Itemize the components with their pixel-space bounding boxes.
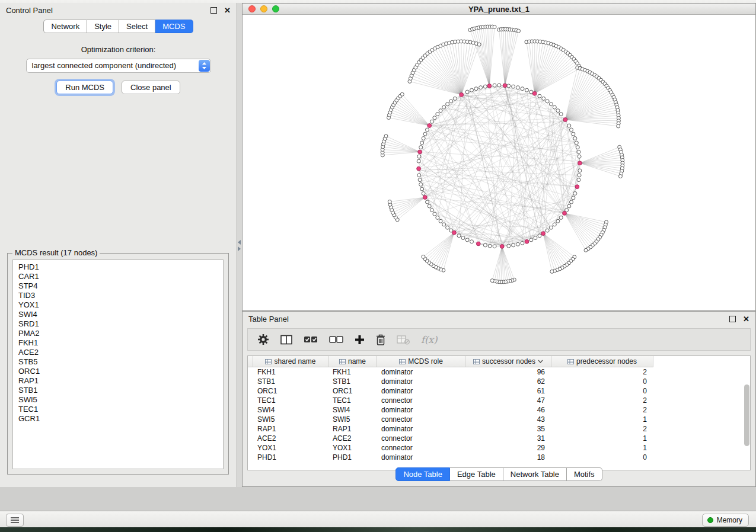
table-row[interactable]: FKH1FKH1dominator962 — [248, 367, 750, 377]
table-cell: PHD1 — [328, 453, 377, 462]
table-row[interactable]: ACE2ACE2connector311 — [248, 434, 750, 443]
scrollbar-thumb[interactable] — [744, 384, 749, 446]
mcds-result-item[interactable]: PMA2 — [18, 329, 223, 338]
network-canvas[interactable] — [243, 15, 755, 311]
table-cell: 2 — [551, 367, 653, 377]
splitter-collapse-icon[interactable] — [238, 240, 241, 251]
panel-splitter[interactable] — [237, 3, 242, 487]
table-row[interactable]: SWI4SWI4dominator462 — [248, 405, 750, 415]
table-cell: 29 — [465, 443, 551, 453]
tab-node-table[interactable]: Node Table — [395, 467, 450, 481]
mcds-result-item[interactable]: STB5 — [18, 357, 223, 367]
column-header-MCDS-role[interactable]: MCDS role — [377, 356, 465, 367]
mcds-result-item[interactable]: ORC1 — [18, 367, 223, 376]
table-scrollbar[interactable] — [744, 369, 749, 467]
column-header-successor-nodes[interactable]: successor nodes — [465, 356, 551, 367]
table-cell: dominator — [377, 386, 465, 396]
close-panel-button[interactable]: Close panel — [122, 81, 180, 94]
network-window-title: YPA_prune.txt_1 — [468, 5, 529, 14]
table-cell: 43 — [465, 415, 551, 424]
tab-select[interactable]: Select — [119, 20, 155, 33]
column-header-predecessor-nodes[interactable]: predecessor nodes — [551, 356, 653, 367]
optimization-label: Optimization criterion: — [0, 45, 237, 54]
show-columns-button[interactable] — [280, 335, 292, 345]
network-window: YPA_prune.txt_1 — [242, 3, 756, 311]
table-cell: YOX1 — [328, 443, 377, 453]
status-menu-button[interactable] — [6, 514, 24, 527]
node-table: shared namenameMCDS rolesuccessor nodesp… — [247, 355, 751, 470]
control-panel-header: Control Panel ✕ — [0, 3, 237, 17]
mcds-result-item[interactable]: FKH1 — [18, 338, 223, 348]
close-window-button[interactable] — [248, 5, 256, 12]
table-cell: 0 — [551, 377, 653, 386]
tab-mcds[interactable]: MCDS — [155, 20, 193, 33]
list-icon — [10, 517, 20, 524]
table-cell: 46 — [465, 405, 551, 415]
table-cell: 2 — [551, 396, 653, 405]
mcds-result-item[interactable]: PHD1 — [18, 262, 223, 272]
mcds-result-item[interactable]: ACE2 — [18, 348, 223, 357]
table-cell: ACE2 — [253, 434, 328, 443]
run-mcds-button[interactable]: Run MCDS — [56, 81, 113, 94]
network-titlebar: YPA_prune.txt_1 — [243, 4, 755, 15]
mcds-result-item[interactable]: YOX1 — [18, 300, 223, 310]
mcds-result-item[interactable]: CAR1 — [18, 272, 223, 281]
tab-style[interactable]: Style — [87, 20, 119, 33]
sort-arrow-icon — [538, 360, 543, 363]
table-cell: dominator — [377, 424, 465, 434]
table-row[interactable]: PHD1PHD1dominator180 — [248, 453, 750, 462]
table-row[interactable]: ORC1ORC1dominator610 — [248, 386, 750, 396]
table-cell: STB1 — [253, 377, 328, 386]
maximize-window-button[interactable] — [272, 5, 279, 12]
mcds-result-item[interactable]: SRD1 — [18, 319, 223, 329]
mcds-result-item[interactable]: STP4 — [18, 281, 223, 291]
table-cell: 1 — [551, 443, 653, 453]
control-panel-tabbar: NetworkStyleSelectMCDS — [0, 20, 237, 33]
table-cell: 2 — [551, 405, 653, 415]
table-row[interactable]: YOX1YOX1connector291 — [248, 443, 750, 453]
mcds-result-list: PHD1CAR1STP4TID3YOX1SWI4SRD1PMA2FKH1ACE2… — [12, 259, 224, 469]
mcds-result-item[interactable]: RAP1 — [18, 376, 223, 386]
table-row[interactable]: TEC1TEC1connector472 — [248, 396, 750, 405]
select-all-button[interactable] — [304, 335, 318, 344]
column-grid-icon — [265, 358, 272, 365]
add-column-button[interactable] — [355, 335, 365, 345]
memory-label: Memory — [717, 516, 742, 524]
mcds-result-group: MCDS result (17 nodes) PHD1CAR1STP4TID3Y… — [7, 253, 229, 475]
table-panel: Table Panel ✕ f(x) shared namenameMCDS — [242, 311, 756, 487]
control-panel: Control Panel ✕ NetworkStyleSelectMCDS O… — [0, 3, 237, 487]
minimize-window-button[interactable] — [260, 5, 267, 12]
table-settings-button[interactable] — [257, 334, 269, 345]
table-row[interactable]: STB1STB1dominator620 — [248, 377, 750, 386]
memory-button[interactable]: Memory — [702, 514, 749, 527]
mcds-result-item[interactable]: SWI5 — [18, 395, 223, 405]
delete-column-button[interactable] — [376, 334, 385, 345]
delete-table-icon — [397, 335, 410, 345]
table-row[interactable]: RAP1RAP1dominator352 — [248, 424, 750, 434]
table-cell: dominator — [377, 405, 465, 415]
mcds-result-item[interactable]: TEC1 — [18, 405, 223, 414]
mcds-result-item[interactable]: STB1 — [18, 386, 223, 395]
column-header-name[interactable]: name — [328, 356, 377, 367]
table-cell: ACE2 — [328, 434, 377, 443]
column-header-shared-name[interactable]: shared name — [253, 356, 328, 367]
float-table-panel-icon[interactable] — [729, 316, 736, 322]
deselect-all-button[interactable] — [329, 335, 343, 344]
mcds-result-item[interactable]: GCR1 — [18, 414, 223, 424]
close-table-panel-icon[interactable]: ✕ — [743, 315, 749, 323]
optimization-select[interactable]: largest connected component (undirected) — [26, 59, 211, 73]
table-cell: YOX1 — [253, 443, 328, 453]
tab-motifs[interactable]: Motifs — [567, 467, 602, 481]
mcds-result-item[interactable]: SWI4 — [18, 310, 223, 319]
mcds-result-item[interactable]: TID3 — [18, 291, 223, 300]
unchecked-boxes-icon — [329, 335, 343, 344]
gear-icon — [257, 334, 269, 345]
table-cell: SWI4 — [253, 405, 328, 415]
table-row[interactable]: SWI5SWI5connector431 — [248, 415, 750, 424]
table-cell: 1 — [551, 415, 653, 424]
tab-network[interactable]: Network — [43, 20, 87, 33]
tab-network-table[interactable]: Network Table — [503, 467, 567, 481]
tab-edge-table[interactable]: Edge Table — [450, 467, 503, 481]
close-panel-icon[interactable]: ✕ — [224, 7, 231, 14]
float-panel-icon[interactable] — [210, 7, 217, 14]
